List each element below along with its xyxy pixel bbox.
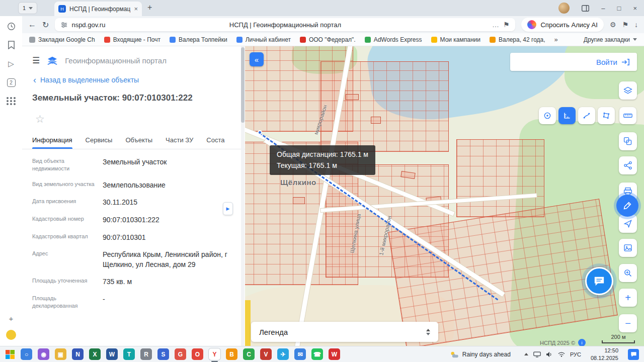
zoom-to-area-button[interactable]	[619, 264, 637, 282]
browser-profile-avatar[interactable]	[558, 3, 570, 14]
taskbar-icon-camera[interactable]: ◉	[38, 348, 49, 360]
bookmark-item[interactable]: Личный кабинет	[236, 36, 291, 43]
bookmark-flag-icon[interactable]: ⚑	[503, 21, 510, 29]
legend-bar[interactable]: Легенда	[251, 322, 438, 342]
measure-ruler-tool-button[interactable]	[619, 107, 636, 124]
scrollbar-thumb[interactable]	[241, 47, 245, 123]
tab-services[interactable]: Сервисы	[86, 133, 113, 149]
services-grid-icon[interactable]	[7, 97, 16, 105]
ask-alice-button[interactable]: Спросить Алису AI	[521, 18, 603, 32]
new-tab-button[interactable]: +	[147, 3, 152, 12]
bookmark-item[interactable]: AdWords Express	[365, 36, 422, 43]
taskbar-icon-mail[interactable]: ✉	[294, 348, 306, 360]
tab-counter-icon[interactable]: 2	[7, 78, 16, 87]
tooltip-total-distance: Общая дистанция: 1765.1 м	[277, 149, 368, 160]
downloads-icon[interactable]: ↓	[634, 21, 638, 29]
side-panels-icon[interactable]	[582, 5, 589, 12]
extensions-icon[interactable]: ⚙	[610, 21, 616, 29]
taskbar-icon-chrome[interactable]: G	[175, 348, 186, 360]
tabs-scroll-right-button[interactable]: ▶	[223, 202, 233, 215]
site-settings-icon[interactable]	[61, 22, 67, 28]
bookmark-item[interactable]: Закладки Google Ch	[29, 36, 95, 43]
favorite-star-icon[interactable]: ☆	[35, 113, 245, 125]
taskbar-icon-opera[interactable]: O	[192, 348, 203, 360]
locate-button[interactable]	[619, 215, 637, 233]
reload-button[interactable]: ↻	[42, 20, 49, 30]
legend-expand-icon[interactable]	[426, 329, 430, 335]
taskbar-clock[interactable]: 12:50 08.12.2025	[591, 347, 618, 361]
taskbar-icon-telegram[interactable]: ✈	[277, 348, 289, 360]
tab-group-selector[interactable]: 1	[18, 2, 37, 14]
bookmark-item[interactable]: Входящие - Почт	[104, 36, 160, 43]
close-tab-icon[interactable]: ×	[134, 5, 138, 13]
minimize-window-button[interactable]: –	[601, 5, 605, 12]
login-bar[interactable]: Войти	[510, 53, 637, 71]
measure-distance-tool-button[interactable]	[558, 107, 576, 124]
speaker-icon[interactable]	[546, 351, 553, 357]
weather-widget[interactable]: Rainy days ahead	[450, 351, 511, 358]
zoom-in-button[interactable]: +	[619, 289, 637, 307]
network-icon[interactable]	[558, 351, 565, 357]
display-icon[interactable]	[533, 351, 541, 357]
maximize-window-button[interactable]: □	[617, 5, 621, 12]
other-bookmarks-button[interactable]: Другие закладки	[584, 36, 637, 43]
map-building	[371, 117, 381, 124]
taskbar-icon-skype[interactable]: S	[157, 348, 169, 360]
bookmark-item[interactable]: ООО "Федерал".	[300, 36, 356, 43]
tab-information[interactable]: Информация	[32, 133, 72, 149]
collections-icon[interactable]: ⚑	[622, 21, 628, 29]
support-chat-button[interactable]	[585, 267, 613, 295]
layers-button[interactable]	[619, 81, 637, 100]
tab-composition[interactable]: Соста	[206, 133, 224, 149]
measure-area-tool-button[interactable]	[598, 107, 615, 124]
video-icon[interactable]: ▷	[8, 59, 14, 68]
drawing-tool-button-active[interactable]	[616, 195, 638, 217]
alice-assistant-icon[interactable]	[6, 330, 16, 340]
taskbar-icon-onenote[interactable]: N	[72, 348, 84, 360]
close-window-button[interactable]: ×	[633, 5, 637, 12]
taskbar-icon-app-red[interactable]: V	[260, 348, 272, 360]
taskbar-icon-remote[interactable]: R	[140, 348, 152, 360]
more-actions-icon[interactable]: …	[492, 21, 499, 29]
start-button[interactable]	[5, 349, 15, 359]
bookmark-item[interactable]: Валера, 42 года,	[490, 36, 545, 43]
taskbar-icon-teams[interactable]: T	[123, 348, 135, 360]
panel-scrollbar[interactable]	[241, 46, 245, 346]
taskbar-icon-search[interactable]: ○	[21, 348, 32, 360]
bookmark-item[interactable]: Мои кампании	[431, 36, 480, 43]
taskbar-icon-explorer[interactable]: ▣	[55, 348, 66, 360]
taskbar-icon-excel[interactable]: X	[89, 348, 101, 360]
add-panel-icon[interactable]: +	[9, 314, 14, 323]
attribute-row: Площадь декларированная-	[32, 295, 245, 310]
url-field[interactable]: nspd.gov.ru НСПД | Геоинформационный пор…	[55, 18, 515, 31]
notification-center-button[interactable]	[628, 349, 639, 360]
bookmarks-overflow-icon[interactable]: »	[554, 36, 558, 43]
bookmarks-panel-icon[interactable]	[8, 41, 15, 49]
back-button[interactable]: ←	[28, 20, 36, 29]
language-indicator[interactable]: РУС	[570, 351, 581, 357]
collapse-panel-button[interactable]: «	[250, 52, 264, 66]
taskbar-icon-app-green[interactable]: C	[243, 348, 255, 360]
tray-expand-icon[interactable]	[524, 353, 528, 355]
info-icon[interactable]: i	[578, 339, 586, 346]
taskbar-icon-whatsapp[interactable]: ☎	[311, 348, 323, 360]
browser-tab-active[interactable]: Н НСПД | Геоинформац... ×	[54, 2, 142, 16]
basemap-button[interactable]	[619, 239, 637, 257]
history-icon[interactable]	[7, 22, 16, 31]
measure-point-tool-button[interactable]	[539, 107, 556, 124]
menu-icon[interactable]: ☰	[32, 55, 40, 66]
object-search-button[interactable]	[619, 132, 637, 150]
back-to-selected-link[interactable]: ‹ Назад в выделенные объекты	[33, 76, 245, 84]
taskbar-icon-app-w[interactable]: W	[329, 348, 340, 360]
zoom-out-button[interactable]: −	[619, 314, 637, 332]
tab-zu-parts[interactable]: Части ЗУ	[166, 133, 193, 149]
bookmark-item[interactable]: Валера Толпейки	[170, 36, 227, 43]
measure-polyline-tool-button[interactable]	[578, 107, 595, 124]
taskbar-icon-yandex-browser[interactable]: Y	[209, 348, 220, 360]
map-canvas[interactable]: Общая дистанция: 1765.1 м Текущая: 1765.…	[245, 46, 644, 346]
taskbar-icon-app-b[interactable]: B	[226, 348, 237, 360]
taskbar-icon-word[interactable]: W	[106, 348, 118, 360]
share-button[interactable]	[619, 156, 637, 174]
attribute-row: Площадь уточненная735 кв. м	[32, 277, 245, 287]
tab-objects[interactable]: Объекты	[125, 133, 152, 149]
